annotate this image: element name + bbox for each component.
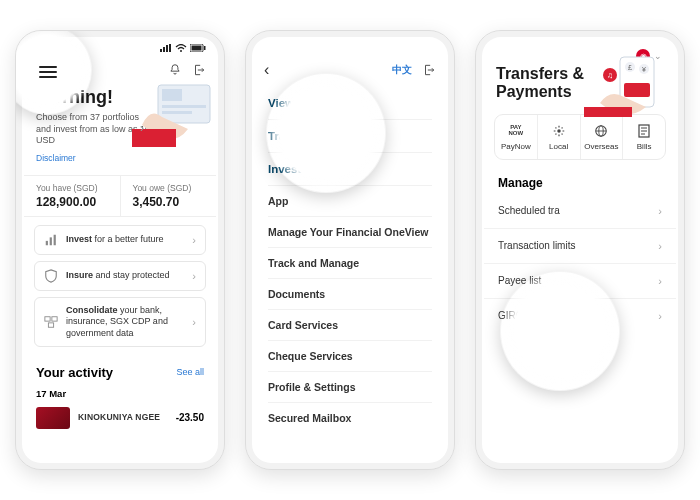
shield-icon [44, 269, 58, 283]
manage-heading: Manage [484, 170, 676, 194]
tab-local[interactable]: Local [537, 115, 580, 159]
tab-bills[interactable]: Bills [622, 115, 665, 159]
row-transaction-limits[interactable]: Transaction limits› [484, 229, 676, 264]
card-insure[interactable]: Insure and stay protected › [34, 261, 206, 291]
activity-amount: -23.50 [176, 412, 204, 423]
status-bar [254, 39, 446, 57]
menu-cheque-services[interactable]: Cheque Services [268, 341, 432, 372]
card-invest[interactable]: Invest for a better future › [34, 225, 206, 255]
you-have-amount: 128,900.00 [36, 195, 108, 209]
chevron-right-icon: › [658, 275, 662, 287]
card-image [36, 407, 70, 429]
tab-overseas[interactable]: Overseas [580, 115, 623, 159]
activity-merchant: KINOKUNIYA NGEE [78, 413, 168, 422]
transfers-illustration: £ ¥ ♫ [584, 53, 674, 117]
chevron-right-icon: › [192, 270, 196, 282]
menu-documents[interactable]: Documents [268, 279, 432, 310]
disclaimer-link[interactable]: Disclaimer [36, 153, 76, 163]
transfer-type-tabs: PAY NOW PayNow Local Overseas Bills [494, 114, 666, 160]
menu-card-services[interactable]: Card Services [268, 310, 432, 341]
svg-rect-11 [162, 111, 192, 114]
svg-rect-27 [584, 107, 632, 117]
you-owe-label: You owe (SGD) [133, 183, 205, 193]
activity-row[interactable]: KINOKUNIYA NGEE -23.50 [24, 401, 216, 435]
chart-icon [44, 233, 58, 247]
tab-paynow[interactable]: PAY NOW PayNow [495, 115, 537, 159]
row-payee-list[interactable]: Payee list› [484, 264, 676, 299]
hero-illustration [132, 77, 216, 147]
svg-point-28 [557, 129, 561, 133]
svg-rect-13 [46, 241, 48, 245]
menu-transfers-payments[interactable]: Transfers & Paym [268, 120, 432, 153]
phone-menu: ‹ 中文 View Accounts Transfers & Paym Inve… [245, 30, 455, 470]
balance-you-have[interactable]: You have (SGD) 128,900.00 [24, 176, 120, 216]
chevron-right-icon: › [192, 316, 196, 328]
menu-secured-mailbox[interactable]: Secured Mailbox [268, 403, 432, 433]
menu-track-manage[interactable]: Track and Manage [268, 248, 432, 279]
svg-rect-1 [163, 47, 165, 52]
menu-hamburger-icon[interactable] [34, 64, 52, 76]
notifications-icon[interactable] [168, 63, 182, 77]
chevron-right-icon: › [192, 234, 196, 246]
svg-rect-0 [160, 49, 162, 52]
paynow-icon: PAY NOW [497, 123, 535, 139]
language-toggle[interactable]: 中文 [392, 63, 412, 77]
svg-rect-16 [45, 317, 50, 321]
page-title: Transfers &Payments [496, 65, 584, 102]
row-scheduled-transactions[interactable]: Scheduled tra› [484, 194, 676, 229]
consolidate-icon [44, 315, 58, 329]
menu-view-accounts[interactable]: View Accounts [268, 87, 432, 120]
phone-transfers: ◉ ⌄ £ ¥ ♫ Transfers &Payments PAY NOW [475, 30, 685, 470]
see-all-link[interactable]: See all [176, 367, 204, 377]
balance-you-owe[interactable]: You owe (SGD) 3,450.70 [120, 176, 217, 216]
menu-invest[interactable]: Invest [268, 153, 432, 186]
chevron-right-icon: › [658, 205, 662, 217]
menu-profile-settings[interactable]: Profile & Settings [268, 372, 432, 403]
svg-rect-3 [169, 44, 171, 52]
back-icon[interactable]: ‹ [264, 61, 269, 79]
svg-rect-18 [48, 323, 53, 327]
svg-rect-9 [162, 89, 182, 101]
svg-rect-17 [52, 317, 57, 321]
hero-chevron-icon[interactable]: › [140, 121, 144, 135]
menu-financial-oneview[interactable]: Manage Your Financial OneView [268, 217, 432, 248]
chevron-right-icon: › [658, 240, 662, 252]
local-icon [552, 124, 566, 138]
signal-icon [160, 44, 172, 52]
status-bar [24, 39, 216, 57]
globe-icon [594, 124, 608, 138]
svg-point-4 [180, 50, 182, 52]
activity-heading: Your activity [36, 365, 113, 380]
wifi-icon [175, 44, 187, 52]
svg-text:¥: ¥ [642, 66, 646, 73]
menu-apply[interactable]: App [268, 186, 432, 217]
svg-rect-26 [624, 83, 650, 97]
svg-rect-6 [192, 46, 202, 51]
logout-icon[interactable] [422, 63, 436, 77]
row-giro-services[interactable]: GIRO services› [484, 299, 676, 333]
you-have-label: You have (SGD) [36, 183, 108, 193]
svg-text:£: £ [628, 64, 632, 71]
svg-rect-10 [162, 105, 206, 108]
svg-rect-12 [132, 129, 176, 147]
logout-icon[interactable] [192, 63, 206, 77]
bills-icon [638, 124, 650, 138]
activity-date: 17 Mar [24, 386, 216, 401]
you-owe-amount: 3,450.70 [133, 195, 205, 209]
phone-home: Morning! Choose from 37 portfolios and i… [15, 30, 225, 470]
battery-icon [190, 44, 206, 52]
svg-rect-14 [50, 237, 52, 245]
card-consolidate[interactable]: Consolidate your bank, insurance, SGX CD… [34, 297, 206, 347]
svg-rect-2 [166, 45, 168, 52]
svg-rect-7 [204, 46, 206, 50]
svg-rect-15 [54, 235, 56, 246]
chevron-right-icon: › [658, 310, 662, 322]
svg-text:♫: ♫ [607, 71, 613, 80]
